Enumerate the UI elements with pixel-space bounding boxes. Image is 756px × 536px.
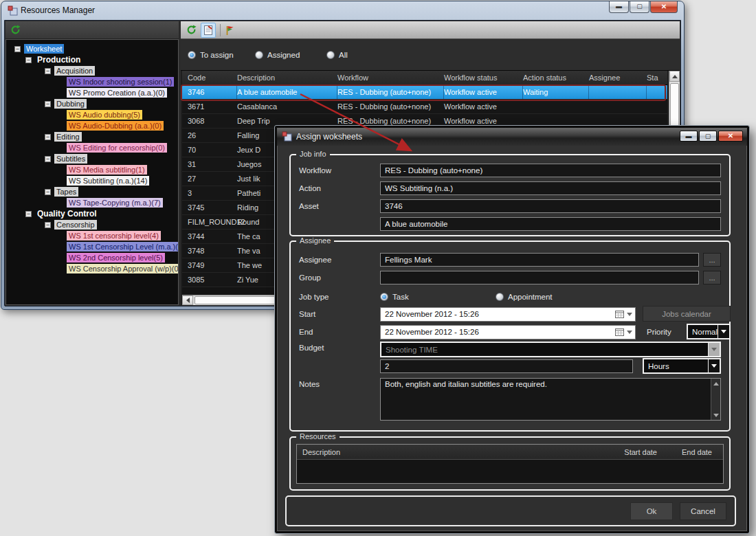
job-info-group: Job info Workflow Action Asset bbox=[289, 154, 731, 236]
resources-table: Description Start date End date bbox=[296, 444, 724, 484]
tree-item[interactable]: WS Censorship Approval (w/p)(0) bbox=[6, 263, 178, 274]
scrollbar-thumb[interactable] bbox=[670, 83, 679, 129]
collapse-icon[interactable]: − bbox=[45, 101, 51, 107]
tree-item-worksheet[interactable]: −Worksheet bbox=[6, 43, 178, 54]
tree-item-acquisition[interactable]: −Acquisition bbox=[6, 65, 178, 76]
minimize-button[interactable]: ▬ bbox=[609, 1, 629, 13]
window-title: Resources Manager bbox=[21, 5, 95, 15]
jobs-calendar-button[interactable]: Jobs calendar bbox=[643, 306, 731, 322]
tree-item-censorship[interactable]: −Censorship bbox=[6, 219, 178, 230]
dialog-icon bbox=[282, 131, 292, 142]
radio-appointment[interactable]: Appointment bbox=[496, 293, 553, 301]
tree-item[interactable]: WS 2nd Censorship level(5) bbox=[6, 252, 178, 263]
asset-code-field[interactable] bbox=[380, 199, 721, 213]
titlebar[interactable]: Resources Manager ▬ ▢ ✕ bbox=[1, 1, 684, 20]
tree-item[interactable]: WS Media subtitling(1) bbox=[6, 164, 178, 175]
group-legend: Assignee bbox=[296, 236, 334, 245]
collapse-icon[interactable]: − bbox=[25, 57, 32, 63]
scroll-down-button[interactable] bbox=[711, 410, 720, 420]
action-field[interactable] bbox=[380, 181, 721, 195]
refresh-icon[interactable] bbox=[10, 25, 21, 35]
ok-button[interactable]: Ok bbox=[630, 502, 673, 520]
budget-dropdown[interactable]: Shooting TIME bbox=[380, 342, 721, 357]
tree-item-dubbing[interactable]: −Dubbing bbox=[6, 98, 178, 109]
assignee-field[interactable] bbox=[380, 253, 699, 267]
calendar-icon[interactable] bbox=[615, 310, 624, 318]
budget-label: Budget bbox=[299, 344, 380, 352]
table-row-selected[interactable]: 3746 A blue automobile RES - Dubbing (au… bbox=[182, 85, 667, 100]
budget-quantity-field[interactable] bbox=[380, 359, 633, 373]
chevron-down-icon[interactable] bbox=[708, 343, 720, 356]
scroll-up-button[interactable] bbox=[711, 379, 720, 388]
collapse-icon[interactable]: − bbox=[45, 134, 51, 140]
collapse-icon[interactable]: − bbox=[45, 189, 51, 195]
collapse-icon[interactable]: − bbox=[45, 222, 51, 228]
worksheet-tree: −Worksheet −Production −Acquisition WS I… bbox=[5, 39, 179, 305]
action-label: Action bbox=[299, 184, 380, 192]
table-row[interactable]: 3671 Casablanca RES - Dubbing (auto+none… bbox=[182, 100, 667, 114]
maximize-button[interactable]: ▢ bbox=[630, 1, 649, 13]
collapse-icon[interactable]: − bbox=[45, 68, 51, 74]
app-icon bbox=[8, 5, 18, 16]
unit-dropdown[interactable]: Hours bbox=[643, 358, 721, 374]
start-date-value[interactable] bbox=[385, 310, 612, 318]
tree-item-quality-control[interactable]: −Quality Control bbox=[6, 208, 178, 219]
radio-assigned[interactable]: Assigned bbox=[255, 51, 300, 59]
priority-dropdown[interactable]: Normal bbox=[687, 324, 731, 339]
tree-item[interactable]: WS 1st Censorship Level (m.a.)(0) bbox=[6, 241, 178, 252]
dialog-titlebar[interactable]: Assign woksheets ▬ ▢ ✕ bbox=[277, 128, 747, 146]
workflow-field[interactable] bbox=[380, 164, 721, 177]
radio-icon bbox=[326, 51, 335, 59]
group-browse-button[interactable]: ... bbox=[703, 271, 721, 284]
chevron-down-icon[interactable] bbox=[627, 313, 632, 316]
scroll-up-button[interactable] bbox=[669, 71, 680, 82]
cancel-button[interactable]: Cancel bbox=[680, 502, 726, 520]
radio-all[interactable]: All bbox=[326, 51, 348, 59]
start-date-picker[interactable] bbox=[380, 307, 636, 322]
assignee-browse-button[interactable]: ... bbox=[703, 253, 721, 267]
tree-item[interactable]: WS Indoor shooting session(1) bbox=[6, 76, 178, 87]
assign-worksheet-button[interactable] bbox=[201, 23, 216, 38]
notes-label: Notes bbox=[299, 380, 380, 388]
chevron-down-icon[interactable] bbox=[708, 359, 720, 372]
tree-item-tapes[interactable]: −Tapes bbox=[6, 186, 178, 197]
tree-item[interactable]: WS Promo Creation (a.a.)(0) bbox=[6, 87, 178, 98]
end-date-value[interactable] bbox=[385, 328, 612, 336]
tree-panel: −Worksheet −Production −Acquisition WS I… bbox=[5, 21, 179, 305]
minimize-button[interactable]: ▬ bbox=[680, 131, 698, 142]
table-header[interactable]: Code Description Workflow Workflow statu… bbox=[182, 71, 667, 85]
tree-item[interactable]: WS Audio-Dubbing (a.a.)(0) bbox=[6, 120, 178, 131]
tree-item-editing[interactable]: −Editing bbox=[6, 131, 178, 142]
tree-item-production[interactable]: −Production bbox=[6, 54, 178, 65]
tree-item[interactable]: WS Tape-Copying (m.a.)(7) bbox=[6, 197, 178, 208]
radio-icon bbox=[496, 293, 504, 301]
close-button[interactable]: ✕ bbox=[718, 131, 743, 142]
end-date-picker[interactable] bbox=[380, 325, 636, 339]
flag-icon[interactable] bbox=[225, 25, 234, 36]
collapse-icon[interactable]: − bbox=[25, 211, 32, 217]
scroll-left-button[interactable] bbox=[182, 295, 193, 305]
close-button[interactable]: ✕ bbox=[650, 1, 678, 13]
tree-item[interactable]: WS Subtitling (n.a.)(14) bbox=[6, 175, 178, 186]
notes-scrollbar[interactable] bbox=[711, 379, 720, 420]
collapse-icon[interactable]: − bbox=[45, 156, 51, 162]
tree-toolbar bbox=[5, 21, 179, 39]
tree-item[interactable]: WS 1st censorship level(4) bbox=[6, 230, 178, 241]
tree-item[interactable]: WS Audio dubbing(5) bbox=[6, 109, 178, 120]
tree-item[interactable]: WS Editing for censorship(0) bbox=[6, 142, 178, 153]
notes-field[interactable]: Both, english and italian subtitles are … bbox=[380, 378, 721, 421]
resources-table-header[interactable]: Description Start date End date bbox=[297, 445, 723, 460]
asset-description-field[interactable] bbox=[380, 217, 721, 231]
collapse-icon[interactable]: − bbox=[14, 46, 21, 52]
radio-icon bbox=[255, 51, 263, 59]
radio-task[interactable]: Task bbox=[380, 293, 496, 301]
chevron-down-icon[interactable] bbox=[718, 325, 729, 338]
group-field[interactable] bbox=[380, 271, 699, 284]
calendar-icon[interactable] bbox=[615, 328, 624, 336]
maximize-button[interactable]: ▢ bbox=[699, 131, 717, 142]
refresh-icon[interactable] bbox=[186, 25, 197, 35]
tree-item-subtitles[interactable]: −Subtitles bbox=[6, 153, 178, 164]
chevron-down-icon[interactable] bbox=[627, 331, 632, 334]
group-legend: Resources bbox=[296, 432, 340, 440]
radio-to-assign[interactable]: To assign bbox=[188, 51, 234, 59]
